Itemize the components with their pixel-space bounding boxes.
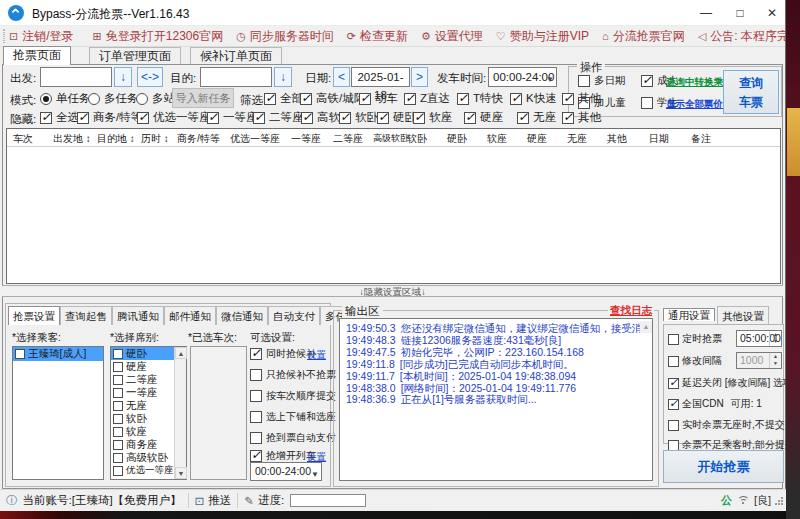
radio-single-task[interactable]: 单任务 [40,91,91,106]
col-no-seat[interactable]: 无座 [567,132,587,146]
date-next-button[interactable]: > [411,67,428,87]
hide-no-seat[interactable]: 无座 [517,110,556,125]
toolbar-sponsor-vip[interactable]: ♡赞助与注册VIP [496,28,589,45]
transfer-query-link[interactable]: 查询中转换乘 [666,76,723,89]
seat-listbox[interactable]: 硬卧 硬座 二等座 一等座 无座 软卧 软座 商务座 高级软卧 优选一等座 ▲ … [110,346,187,480]
checkbox-no-seat-skip[interactable]: 实时余票无座时,不提交 [668,418,785,432]
checkbox-national-cdn[interactable]: 全国CDN可用: 1 [668,397,762,411]
date-value[interactable]: 2025-01-18 [351,67,410,87]
option-submit-in-order[interactable]: 按车次顺序提交 [250,389,336,403]
hide-other[interactable]: 其他 [562,110,601,125]
hide-second-class[interactable]: 二等座 [253,110,304,125]
depart-dropdown-button[interactable]: ↓ [114,67,132,87]
col-first-class[interactable]: 一等座 [291,132,321,146]
find-log-link[interactable]: 查找日志 [608,304,654,318]
col-soft-sleeper[interactable]: 软卧 [407,132,427,146]
filter-t-train[interactable]: T特快 [457,91,503,106]
hide-deluxe-soft[interactable]: 高软 [301,110,340,125]
tab-sale-query[interactable]: 查询起售 [60,306,112,325]
hide-soft-sleeper[interactable]: 软卧 [339,110,378,125]
query-ticket-button[interactable]: 查询车票 [723,70,779,114]
close-button[interactable]: ✕ [756,0,788,26]
filter-highspeed[interactable]: 高铁/城际 [300,91,365,106]
checkbox-timed-grab[interactable]: 定时抢票 [668,332,722,346]
col-arrive-station[interactable]: 目的地 ↕ [97,132,135,146]
col-depart-station[interactable]: 出发地 ↕ [53,132,91,146]
waitlist-settings-link[interactable]: 设置 [307,349,326,362]
import-new-task-button[interactable]: 导入新任务 [172,88,234,108]
filter-other[interactable]: 其他 [562,91,601,106]
train-table[interactable]: 车次 出发地 ↕ 目的地 ↕ 历时 ↕ 商务/特等 优选一等座 一等座 二等座 … [6,128,781,284]
hide-business[interactable]: 商务/特等 [77,110,142,125]
toolbar-official-site[interactable]: ⌂分流抢票官网 [602,28,685,45]
resize-grip[interactable] [775,497,783,505]
show-all-price-link[interactable]: 显示全部票价 [666,98,723,111]
maximize-button[interactable]: □ [724,0,756,26]
col-premium-first[interactable]: 优选一等座 [230,132,280,146]
tab-order-management[interactable]: 订单管理页面 [89,47,181,65]
hide-soft-seat[interactable]: 软座 [413,110,452,125]
col-date[interactable]: 日期 [649,132,669,146]
depart-input[interactable] [40,67,112,87]
passenger-listbox[interactable]: 王臻琦[成人] [12,346,104,480]
option-berth-seat-select[interactable]: 选上下铺和选座 [250,410,336,424]
hide-settings-splitter[interactable]: ↓隐藏设置区域↓ [2,285,783,297]
checkbox-modify-interval[interactable]: 修改间隔 [668,354,722,368]
minimize-button[interactable]: — [690,0,722,26]
seat-row[interactable]: 软卧 [111,412,175,425]
radio-multi-station[interactable]: 多站 [136,91,175,106]
selected-trains-box[interactable] [190,346,247,480]
hide-hard-seat[interactable]: 硬座 [464,110,503,125]
seat-row[interactable]: 商务座 [111,438,175,451]
checkbox-delay-close[interactable]: 延迟关闭 [修改间隔] 选项 [668,376,793,390]
seat-row[interactable]: 无座 [111,399,175,412]
start-grab-button[interactable]: 开始抢票 [663,450,784,483]
seat-row[interactable]: 优选一等座 [111,464,175,477]
depart-time-select[interactable]: 00:00-24:00▼ [488,67,557,87]
tab-auto-pay[interactable]: 自动支付 [268,306,320,325]
radio-multi-task[interactable]: 多任务 [88,91,139,106]
tab-grab-settings[interactable]: 抢票设置 [8,306,60,325]
col-hard-seat[interactable]: 硬座 [527,132,547,146]
hide-first-class[interactable]: 一等座 [207,110,258,125]
tab-qq-notify[interactable]: 腾讯通知 [112,306,164,325]
swap-stations-button[interactable]: <-> [137,67,163,87]
option-waitlist-only[interactable]: 只抢候补不抢票 [250,368,336,382]
filter-all[interactable]: 全部 [264,91,303,106]
col-hard-sleeper[interactable]: 硬卧 [447,132,467,146]
timed-grab-time-spinner[interactable]: 05:00:00▲▼ [736,330,782,347]
seat-row[interactable]: 高级软卧 [111,451,175,464]
filter-z-train[interactable]: Z直达 [404,91,450,106]
col-other[interactable]: 其他 [607,132,627,146]
option-time-select[interactable]: 00:00-24:00▼ [250,462,322,481]
scroll-down-icon[interactable]: ▼ [175,467,187,479]
hide-hard-sleeper[interactable]: 硬卧 [377,110,416,125]
tab-email-notify[interactable]: 邮件通知 [164,306,216,325]
toolbar-logout-login[interactable]: ⊡注销/登录 [9,28,74,45]
col-soft-seat[interactable]: 软座 [487,132,507,146]
seat-list-scrollbar[interactable]: ▲ ▼ [174,347,186,479]
date-prev-button[interactable]: < [333,67,350,87]
output-scrollbar[interactable]: ▲ [640,319,652,480]
col-remark[interactable]: 备注 [691,132,711,146]
push-label[interactable]: 推送 [208,493,231,508]
col-second-class[interactable]: 二等座 [333,132,363,146]
col-duration[interactable]: 历时 ↕ [141,132,169,146]
seat-row[interactable]: 硬卧 [111,347,175,360]
seat-row[interactable]: 二等座 [111,373,175,386]
seat-row[interactable]: 一等座 [111,386,175,399]
seat-row[interactable]: 软座 [111,425,175,438]
spinner-arrows-icon[interactable]: ▲▼ [769,331,781,346]
filter-k-train[interactable]: K快速 [510,91,557,106]
hide-premium-first[interactable]: 优选一等座 [137,110,211,125]
dest-dropdown-button[interactable]: ↓ [274,67,292,87]
toolbar-check-update[interactable]: ⟳检查更新 [347,28,408,45]
option-auto-pay[interactable]: 抢到票自动支付 [250,431,336,445]
checkbox-multi-date[interactable]: 多日期 [578,74,626,88]
interval-spinner[interactable]: 1000▲▼ [736,352,782,369]
col-business[interactable]: 商务/特等 [177,132,220,146]
filter-d-train[interactable]: 动车 [359,91,398,106]
output-log[interactable]: 19:49:50.3您还没有绑定微信通知，建议绑定微信通知，接受消息。 19:4… [339,318,653,481]
passenger-row[interactable]: 王臻琦[成人] [13,347,103,361]
tab-ticket-page[interactable]: 抢票页面 [3,46,71,65]
